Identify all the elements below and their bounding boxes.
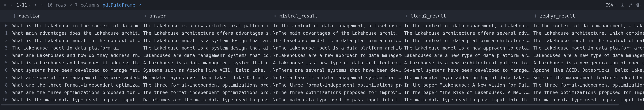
cell-answer[interactable]: The Lakehouse model is a system design t… [141, 38, 271, 43]
cell-mistral[interactable]: \nThe Lakehouse model is a data platform… [271, 45, 402, 50]
cell-mistral[interactable]: \nThe three optimizations proposed for i… [271, 90, 402, 95]
cell-answer[interactable]: Metadata layers over data lakes, like De… [141, 75, 271, 80]
svg-point-3 [274, 16, 276, 17]
cell-question[interactable]: What is a Lakehouse and how does it addr… [10, 60, 141, 65]
row-index: 2 [0, 38, 10, 43]
cell-zephyr[interactable]: The Lakehouse model in the context of da… [531, 38, 644, 43]
cell-llama[interactable]: The Lakehouse architecture offers severa… [402, 30, 531, 36]
table-row[interactable]: 2What is the Lakehouse model in the cont… [0, 37, 644, 44]
cell-mistral[interactable]: \nThere are several systems that have be… [271, 68, 402, 73]
cell-answer[interactable]: The Lakehouse is a new architectural pat… [141, 23, 271, 28]
cell-zephyr[interactable]: The main data type used to pass input in… [531, 97, 644, 102]
cell-zephyr[interactable]: Lakehouses are a new type of data manage… [531, 53, 644, 58]
cell-llama[interactable]: In the paper "Lakehouse: A New Vision fo… [402, 82, 531, 88]
table-row[interactable]: 8What are the three format-independent o… [0, 81, 644, 89]
cell-answer[interactable]: DataFrames are the main data type used t… [141, 97, 271, 102]
cell-llama[interactable]: The Lakehouse model is a new approach to… [402, 45, 531, 50]
cell-mistral[interactable]: \nThe main advantages of the Lakehouse a… [271, 30, 402, 36]
row-range-label: 1-11 [16, 2, 27, 8]
row-index: 8 [0, 82, 10, 88]
prev-page-button[interactable] [10, 3, 14, 7]
cell-llama[interactable]: In the paper "The Rise of Lakehouses: A … [402, 90, 531, 95]
cell-question[interactable]: What is the Lakehouse model in the conte… [10, 38, 141, 43]
export-csv-button[interactable]: CSV [605, 2, 617, 8]
column-header-zephyr[interactable]: zephyr_result [531, 13, 644, 19]
cell-zephyr[interactable]: The three format-independent optimizatio… [531, 82, 644, 88]
cell-question[interactable]: What is the main data type used to pass … [10, 97, 141, 102]
cell-llama[interactable]: The main data type used to pass input in… [402, 97, 531, 102]
cell-mistral[interactable]: \nThe three format-independent optimizat… [271, 82, 402, 88]
cell-zephyr[interactable]: A Lakehouse is a new generation of open … [531, 60, 644, 65]
cell-answer[interactable]: The Lakehouse model is a system design t… [141, 45, 271, 50]
next-page-button[interactable] [34, 3, 38, 7]
cell-zephyr[interactable]: The Lakehouse model in data platform arc… [531, 45, 644, 50]
cell-zephyr[interactable]: Some of the management features added by… [531, 75, 644, 80]
cell-mistral[interactable]: \nThe main data type used to pass input … [271, 97, 402, 102]
cell-llama[interactable]: Several systems have been developed to m… [402, 68, 531, 73]
column-header-question[interactable]: question [10, 13, 141, 19]
column-header-llama[interactable]: llama2_result [402, 13, 531, 19]
column-header-answer[interactable]: answer [141, 13, 271, 19]
cell-zephyr[interactable]: The three optimizations proposed for imp… [531, 90, 644, 95]
cell-mistral[interactable]: \nLakehouses are a new approach to data … [271, 53, 402, 58]
cell-answer[interactable]: The three format-independent optimizatio… [141, 90, 271, 95]
column-name: question [19, 13, 40, 19]
cell-answer[interactable]: A Lakehouse is a data management system … [141, 60, 271, 65]
table-row[interactable]: 9What are the three optimizations propos… [0, 89, 644, 96]
column-name: llama2_result [410, 13, 446, 19]
svg-point-1 [14, 16, 15, 17]
cell-answer[interactable]: The three format-independent optimizatio… [141, 82, 271, 88]
cell-llama[interactable]: A Lakehouse is a new architectural patte… [402, 60, 531, 65]
expand-button[interactable] [628, 3, 632, 7]
cell-llama[interactable]: In the context of data management, a Lak… [402, 23, 531, 28]
table-header-row: question answer mistral_result llama2_re… [0, 10, 644, 22]
cell-mistral[interactable]: \nDelta Lake is a data management system… [271, 75, 402, 80]
column-header-mistral[interactable]: mistral_result [271, 13, 402, 19]
cell-llama[interactable]: In the context of data platform architec… [402, 38, 531, 43]
external-link-icon [139, 3, 142, 8]
first-page-button[interactable] [3, 3, 7, 7]
cell-question[interactable]: What are the three format-independent op… [10, 82, 141, 88]
dataframe-type-link[interactable]: pd.DataFrame [102, 2, 142, 8]
table-row[interactable]: 10What is the main data type used to pas… [0, 96, 644, 103]
row-index: 1 [0, 30, 10, 36]
cell-mistral[interactable]: In the context of data management, a lak… [271, 23, 402, 28]
download-button[interactable] [620, 3, 625, 7]
cell-llama[interactable]: The metadata layer added on top of data … [402, 75, 531, 80]
cell-question[interactable]: The Lakehouse model in data platform a… [10, 45, 141, 50]
last-page-button[interactable] [40, 3, 44, 7]
cell-llama[interactable]: Lakehouses are a new type of data platfo… [402, 53, 531, 58]
table-row[interactable]: 0What is the Lakehouse in the context of… [0, 22, 644, 29]
table-row[interactable]: 5What is a Lakehouse and how does it add… [0, 59, 644, 66]
cell-mistral[interactable]: The Lakehouse model is a data platform a… [271, 38, 402, 43]
settings-icon [143, 14, 147, 18]
row-range-select[interactable]: 1-11 [16, 2, 31, 8]
cell-zephyr[interactable]: The Lakehouse architecture, which combin… [531, 30, 644, 36]
cell-answer[interactable]: Systems such as Apache Hive ACID, Delta … [141, 68, 271, 73]
cell-question[interactable]: What is the Lakehouse in the context of … [10, 23, 141, 28]
cell-mistral[interactable]: A lakehouse is a new type of data archit… [271, 60, 402, 65]
cell-question[interactable]: What are some of the management features… [10, 75, 141, 80]
cell-question[interactable]: What main advantages does the Lakehouse … [10, 30, 141, 36]
cell-question[interactable]: What systems have been developed to mana… [10, 68, 141, 73]
cell-question[interactable]: What are the three optimizations propose… [10, 90, 141, 95]
cell-zephyr[interactable]: In the context of data management, a Lak… [531, 23, 644, 28]
table-row[interactable]: 6What systems have been developed to man… [0, 66, 644, 74]
settings-icon [12, 14, 16, 18]
table-row[interactable]: 1What main advantages does the Lakehouse… [0, 29, 644, 37]
svg-point-0 [638, 4, 639, 6]
settings-icon [273, 14, 277, 18]
horizontal-scrollbar[interactable] [0, 103, 644, 106]
cell-question[interactable]: What are Lakehouses and how do they addr… [10, 53, 141, 58]
cell-answer[interactable]: Lakehouses are data management systems t… [141, 53, 271, 58]
visibility-button[interactable] [636, 3, 641, 8]
cell-answer[interactable]: The Lakehouse architecture offers advant… [141, 30, 271, 36]
column-name: zephyr_result [540, 13, 575, 19]
table-row[interactable]: 3The Lakehouse model in data platform a…… [0, 44, 644, 51]
scrollbar-thumb[interactable] [1, 104, 619, 105]
table-row[interactable]: 4What are Lakehouses and how do they add… [0, 51, 644, 59]
dataframe-table: question answer mistral_result llama2_re… [0, 10, 644, 103]
dataframe-type-label: pd.DataFrame [102, 2, 135, 8]
table-row[interactable]: 7What are some of the management feature… [0, 74, 644, 81]
cell-zephyr[interactable]: Apache Hive ACID, Databricks' Delta Lake… [531, 68, 644, 73]
